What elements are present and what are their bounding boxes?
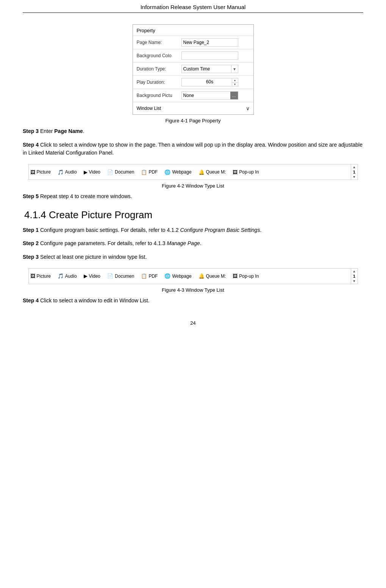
sec-step1-italic: Configure Program Basic Settings (180, 227, 260, 233)
figure1-container: Property Page Name: Background Colo Dura… (23, 24, 363, 124)
step3-end: . (83, 128, 84, 134)
wt-item-audio-1[interactable]: 🎵 Audio (58, 169, 77, 175)
step5-label: Step 5 (23, 193, 39, 199)
page-name-input[interactable] (181, 38, 238, 47)
wt-label-queue-2: Queue M: (206, 274, 226, 279)
figure1-caption: Figure 4-1 Page Property (166, 118, 221, 124)
wt-scroll-down-icon-2[interactable]: ▼ (353, 279, 356, 283)
spinbox-down-icon[interactable]: ▼ (232, 83, 238, 86)
sec-step1-block: Step 1 Configure program basic settings.… (23, 226, 363, 235)
sec-step4-label: Step 4 (23, 297, 39, 303)
wt-item-pdf-1[interactable]: 📋 PDF (141, 169, 158, 175)
window-type-list-1: 🖼 Picture 🎵 Audio ▶ Video 📄 Documen 📋 PD… (28, 164, 358, 180)
play-duration-text: 60s (205, 78, 215, 86)
step5-block: Step 5 Repeat step 4 to create more wind… (23, 192, 363, 201)
wt-scroll-up-icon-2[interactable]: ▲ (353, 269, 356, 273)
window-list-label: Window List (137, 106, 161, 111)
window-list-row[interactable]: Window List ∨ (133, 102, 253, 114)
wt-item-picture-2[interactable]: 🖼 Picture (30, 273, 51, 279)
audio-icon-2: 🎵 (58, 273, 64, 279)
play-duration-spinbox[interactable]: 60s ▲ ▼ (181, 78, 238, 86)
sec-step1-body: Configure program basic settings. For de… (39, 227, 180, 233)
spinbox-arrows: ▲ ▼ (232, 78, 238, 86)
wt-scroll-down-icon-1[interactable]: ▼ (353, 175, 356, 179)
sec-step3-body: Select at least one picture in window ty… (39, 254, 147, 260)
page-name-value (181, 38, 250, 47)
wt-item-picture-1[interactable]: 🖼 Picture (30, 169, 51, 175)
bg-picture-label: Background Pictu (137, 93, 181, 98)
wt-item-webpage-1[interactable]: 🌐 Webpage (164, 169, 191, 175)
sec-step4-body: Click to select a window to edit in Wind… (39, 297, 150, 303)
picture-icon-1: 🖼 (30, 169, 35, 175)
document-icon-2: 📄 (107, 273, 113, 279)
bg-color-label: Background Colo (137, 53, 181, 58)
page-name-row: Page Name: (133, 36, 253, 49)
duration-type-arrow-icon: ▼ (231, 65, 238, 73)
webpage-icon-2: 🌐 (164, 273, 170, 279)
picture-icon-2: 🖼 (30, 273, 35, 279)
wt-item-queue-2[interactable]: 🔔 Queue M: (198, 273, 226, 279)
wt-label-popup-2: Pop-up In (239, 274, 259, 279)
bg-picture-value: None … (181, 91, 250, 100)
wt-label-webpage-1: Webpage (172, 169, 191, 175)
sec-step1-label: Step 1 (23, 227, 39, 233)
figure2-container: 🖼 Picture 🎵 Audio ▶ Video 📄 Documen 📋 PD… (23, 164, 363, 189)
play-duration-label: Play Duration: (137, 80, 181, 85)
wt-item-popup-2[interactable]: 🖼 Pop-up In (233, 273, 259, 279)
bg-picture-button[interactable]: … (230, 92, 238, 99)
duration-type-row: Duration Type: Custom Time ▼ (133, 62, 253, 75)
sec-step2-label: Step 2 (23, 240, 39, 246)
wt-item-video-2[interactable]: ▶ Video (84, 273, 100, 279)
bg-color-row: Background Colo (133, 49, 253, 62)
page-header: Information Release System User Manual (23, 0, 363, 13)
step3-bold: Page Name (54, 128, 83, 134)
play-duration-value: 60s ▲ ▼ (181, 78, 250, 86)
wt-scroll-up-icon-1[interactable]: ▲ (353, 165, 356, 169)
bg-color-value (181, 52, 250, 60)
wt-item-popup-1[interactable]: 🖼 Pop-up In (233, 169, 259, 175)
video-icon-1: ▶ (84, 169, 88, 175)
wt-label-video-2: Video (89, 274, 100, 279)
wt-label-document-2: Documen (115, 274, 134, 279)
bg-color-input[interactable] (181, 52, 238, 60)
wt-item-video-1[interactable]: ▶ Video (84, 169, 100, 175)
figure3-container: 🖼 Picture 🎵 Audio ▶ Video 📄 Documen 📋 PD… (23, 268, 363, 293)
wt-label-queue-1: Queue M: (206, 169, 226, 175)
wt-label-audio-1: Audio (65, 169, 77, 175)
duration-type-value: Custom Time ▼ (181, 65, 250, 73)
sec-step3-block: Step 3 Select at least one picture in wi… (23, 253, 363, 261)
spinbox-up-icon[interactable]: ▲ (232, 78, 238, 83)
step4-body: Click to select a window type to show in… (23, 142, 363, 156)
page-number: 24 (23, 320, 363, 326)
sec-step1-end: . (260, 227, 261, 233)
bg-picture-input[interactable]: None … (181, 91, 238, 100)
pdf-icon-2: 📋 (141, 273, 147, 279)
wt-label-audio-2: Audio (65, 274, 77, 279)
play-duration-row: Play Duration: 60s ▲ ▼ (133, 75, 253, 89)
wt-item-document-1[interactable]: 📄 Documen (107, 169, 134, 175)
popup-icon-1: 🖼 (233, 169, 238, 175)
section-number: 4.1.4 (24, 209, 46, 220)
wt-item-queue-1[interactable]: 🔔 Queue M: (198, 169, 226, 175)
wt-scroll-num-1: 1 (353, 170, 355, 174)
duration-type-select[interactable]: Custom Time ▼ (181, 65, 238, 73)
sec-step2-block: Step 2 Configure page parameters. For de… (23, 239, 363, 248)
wt-item-webpage-2[interactable]: 🌐 Webpage (164, 273, 191, 279)
figure3-caption: Figure 4-3 Window Type List (162, 287, 224, 293)
wt-label-popup-1: Pop-up In (239, 169, 259, 175)
window-type-list-2: 🖼 Picture 🎵 Audio ▶ Video 📄 Documen 📋 PD… (28, 268, 358, 284)
sec-step3-label: Step 3 (23, 254, 39, 260)
section-heading: 4.1.4 Create Picture Program (23, 209, 363, 221)
page-title: Information Release System User Manual (141, 4, 246, 10)
wt-scrollbar-2: ▲ 1 ▼ (351, 269, 358, 284)
bg-picture-text: None (182, 93, 230, 98)
step3-label: Step 3 (23, 128, 39, 134)
window-list-expand-icon[interactable]: ∨ (246, 105, 250, 111)
sec-step2-body: Configure page parameters. For details, … (39, 240, 167, 246)
video-icon-2: ▶ (84, 273, 88, 279)
wt-item-audio-2[interactable]: 🎵 Audio (58, 273, 77, 279)
panel-title: Property (133, 25, 253, 36)
wt-item-pdf-2[interactable]: 📋 PDF (141, 273, 158, 279)
sec-step4-block: Step 4 Click to select a window to edit … (23, 297, 363, 305)
wt-item-document-2[interactable]: 📄 Documen (107, 273, 134, 279)
